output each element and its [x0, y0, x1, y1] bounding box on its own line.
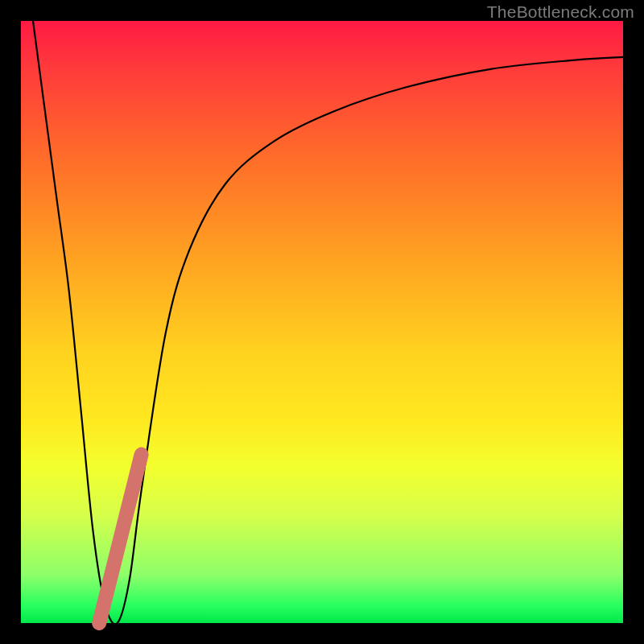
chart-svg	[21, 21, 623, 623]
plot-area	[21, 21, 623, 623]
chart-frame: TheBottleneck.com	[0, 0, 644, 644]
watermark-text: TheBottleneck.com	[487, 2, 634, 22]
